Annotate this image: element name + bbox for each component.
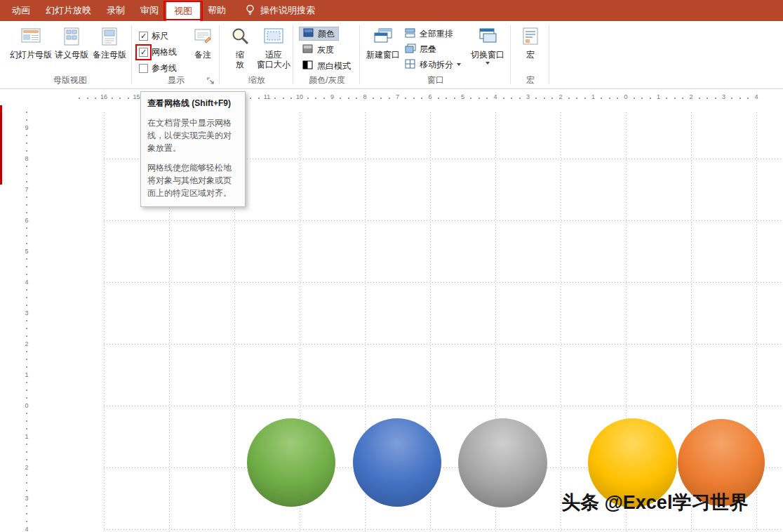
notes-icon <box>193 25 213 48</box>
thumbnail-pane-edge <box>0 90 20 532</box>
ribbon-tab[interactable]: 动画 <box>4 0 38 21</box>
ribbon-group-color-grayscale: 颜色 灰度 黑白模式 <box>296 21 358 88</box>
ruler-number: 2 <box>25 340 28 347</box>
ruler-tick <box>26 243 27 244</box>
ruler-number: 6 <box>428 93 431 100</box>
switch-windows-button[interactable]: 切换窗口 <box>468 25 507 65</box>
ruler-tick <box>26 204 27 206</box>
ruler-number: 2 <box>689 93 692 100</box>
dropdown-caret-icon <box>457 63 461 66</box>
ruler-tick <box>609 98 610 99</box>
ruler-number: 11 <box>264 93 270 100</box>
ruler-tick <box>26 451 27 453</box>
group-separator <box>131 25 132 84</box>
ruler-number: 3 <box>25 310 28 317</box>
ruler-tick <box>535 98 537 99</box>
button-label: 颜色 <box>318 28 335 40</box>
ruler-number: 1 <box>657 93 660 100</box>
ruler-tick <box>26 305 27 306</box>
button-label: 黑白模式 <box>317 60 351 72</box>
ruler-tick <box>413 98 415 99</box>
ruler-number: 15 <box>133 93 140 100</box>
ruler-tick <box>26 181 27 182</box>
cascade-button[interactable]: 层叠 <box>405 42 436 56</box>
ruler-tick <box>128 98 129 99</box>
grayscale-button[interactable]: 灰度 <box>299 43 337 57</box>
ruler-tick <box>511 98 512 99</box>
ruler-tick <box>503 98 504 99</box>
fit-to-window-button[interactable]: 适应 窗口大小 <box>256 25 291 69</box>
ruler-tick <box>26 135 27 136</box>
ruler-number: 3 <box>25 495 28 502</box>
ribbon-tab[interactable]: 录制 <box>99 0 133 21</box>
ruler-number: 3 <box>722 93 725 100</box>
zoom-button[interactable]: 缩 放 <box>225 25 255 69</box>
ribbon-tab[interactable]: 帮助 <box>200 0 234 21</box>
ruler-tick <box>26 197 27 198</box>
ruler-checkbox-row[interactable]: ✓ 标尺 <box>139 29 168 42</box>
ribbon-tab[interactable]: 视图 <box>166 1 200 21</box>
guides-checkbox-row[interactable]: 参考线 <box>139 62 177 74</box>
ruler-number: 4 <box>25 526 28 532</box>
ruler-tick <box>119 98 121 99</box>
gridline-horizontal <box>104 220 783 221</box>
slide-sphere-green[interactable] <box>247 418 335 507</box>
button-label: 备注 <box>194 50 211 60</box>
color-mode-button[interactable]: 颜色 <box>299 27 339 41</box>
move-split-button[interactable]: 移动拆分 <box>405 58 461 72</box>
ruler-tick <box>707 98 708 99</box>
notes-master-button[interactable]: 备注母版 <box>91 25 128 60</box>
slide-sphere-gray[interactable] <box>458 418 547 507</box>
gridline-vertical <box>561 112 561 532</box>
gridlines-checkbox[interactable]: ✓ <box>139 48 148 57</box>
ruler-tick <box>551 98 553 99</box>
group-separator <box>219 25 220 84</box>
macros-button[interactable]: 宏 <box>515 25 546 60</box>
ruler-tick <box>747 98 749 99</box>
ruler-number: 7 <box>25 186 28 193</box>
color-mode-icon <box>303 28 314 40</box>
button-label: 全部重排 <box>420 28 453 40</box>
new-window-button[interactable]: 新建窗口 <box>364 25 402 60</box>
ruler-tick <box>568 98 570 99</box>
group-label: 缩放 <box>222 74 291 86</box>
arrange-all-button[interactable]: 全部重排 <box>405 27 453 41</box>
button-label: 适应 窗口大小 <box>257 50 290 69</box>
ruler-number: 7 <box>396 93 399 100</box>
ruler-tick <box>26 173 27 175</box>
ruler-tick <box>26 235 27 237</box>
ruler-tick <box>446 98 447 99</box>
gridlines-checkbox-row[interactable]: ✓ 网格线 <box>139 46 177 58</box>
gridline-horizontal <box>104 529 783 530</box>
ruler-number: 8 <box>25 155 28 162</box>
black-white-button[interactable]: 黑白模式 <box>299 59 354 73</box>
button-label: 灰度 <box>317 44 334 56</box>
slide-sphere-blue[interactable] <box>353 418 441 507</box>
guides-checkbox[interactable] <box>139 64 148 73</box>
button-label: 备注母版 <box>93 50 126 60</box>
ruler-tick <box>26 258 27 260</box>
ruler-checkbox[interactable]: ✓ <box>139 32 148 41</box>
black-white-icon <box>302 60 314 72</box>
ribbon-tab[interactable]: 审阅 <box>133 0 166 21</box>
ribbon: 幻灯片母版 讲义母版 <box>0 21 783 89</box>
ruler-number: 16 <box>100 93 107 100</box>
checkbox-label: 标尺 <box>152 30 168 42</box>
selected-slide-indicator <box>0 105 2 185</box>
ruler-number: 1 <box>25 433 28 440</box>
tell-me-search[interactable]: 操作说明搜索 <box>245 0 315 21</box>
ribbon-group-master-views: 幻灯片母版 讲义母版 <box>10 21 130 88</box>
move-split-icon <box>405 59 416 71</box>
checkbox-label: 参考线 <box>152 62 177 74</box>
ruler-tick <box>576 98 577 99</box>
notes-button[interactable]: 备注 <box>191 25 215 60</box>
slide-master-button[interactable]: 幻灯片母版 <box>11 25 51 60</box>
ruler-number: 8 <box>363 93 366 100</box>
vertical-ruler: 98765432101234 <box>20 105 34 532</box>
ruler-tick <box>380 98 382 99</box>
ruler-tick <box>87 98 88 99</box>
ruler-tick <box>650 98 651 99</box>
ruler-number: 9 <box>330 93 334 100</box>
ribbon-tab[interactable]: 幻灯片放映 <box>38 0 99 21</box>
handout-master-button[interactable]: 讲义母版 <box>53 25 90 60</box>
